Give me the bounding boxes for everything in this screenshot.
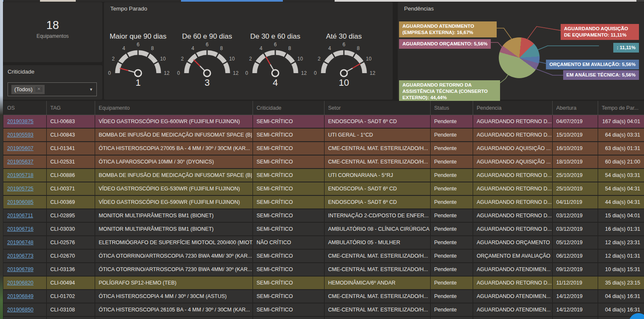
table-row[interactable]: 201906716CLI-03030MONITOR MULTIPARÂMETRO… — [3, 222, 644, 236]
table-row[interactable]: 201906849CLI-01702ÓTICA HISTEROSCOPIA 4 … — [3, 290, 644, 303]
col-header-1[interactable]: TAG — [46, 101, 95, 115]
cell-abertura: 04/11/2019 — [552, 195, 598, 209]
pie-callout-aguardando-orcamento[interactable]: AGUARDANDO ORÇAMENTO: 5,56% — [399, 39, 491, 49]
cell-status: Pendente — [430, 169, 473, 182]
filter-chip[interactable]: (Todos) ✕ — [11, 85, 45, 94]
gauge-1[interactable]: De 60 e 90 dias0246810123 — [171, 26, 243, 89]
os-link[interactable]: 201906085 — [7, 199, 34, 205]
col-header-0[interactable]: OS — [3, 101, 46, 115]
table-row[interactable]: 201906869CLI-01202MONITOR MULTIPARÂMETRO… — [3, 316, 644, 319]
svg-text:4: 4 — [122, 45, 125, 51]
gauge-2[interactable]: De 30 e 60 dias0246810124 — [240, 26, 311, 89]
cell-tempo: 10 dia(s) 15:31 — [598, 263, 644, 276]
cell-abertura: 14/12/2019 — [552, 290, 598, 303]
cell-status: Pendente — [430, 142, 473, 155]
cell-criticidade: SEMI-CRÍTICO — [253, 142, 324, 155]
gauge-3[interactable]: Até 30 dias02468101210 — [308, 26, 380, 89]
pie-chart[interactable] — [499, 37, 540, 78]
col-header-5[interactable]: Status — [430, 101, 473, 115]
col-header-3[interactable]: Criticidade — [253, 101, 324, 115]
cell-criticidade: SEMI-CRÍTICO — [253, 169, 324, 182]
os-link[interactable]: 201906711 — [7, 213, 33, 219]
cell-status: Pendente — [430, 276, 473, 290]
os-link[interactable]: 201906820 — [7, 280, 34, 286]
table-row[interactable]: 201906820CLI-00494POLÍGRAFO SP12-HEMO (T… — [3, 276, 644, 290]
cell-tempo: 63 dia(s) 01:31 — [598, 142, 644, 155]
svg-text:6: 6 — [274, 42, 277, 47]
pie-callout-aguardando-atendimento[interactable]: AGUARDANDO ATENDIMENTO (EMPRESA EXTERNA)… — [399, 21, 497, 37]
col-header-4[interactable]: Setor — [324, 101, 430, 115]
os-link[interactable]: 201905607 — [7, 145, 34, 151]
desktop-left-edge — [0, 0, 3, 319]
os-link[interactable]: 201906850 — [7, 307, 34, 313]
cell-setor: AMBULATÓRIO 08 - CLÍNICA CIRÚRGICA — [324, 222, 430, 236]
gauge-0[interactable]: Maior que 90 dias0246810121 — [102, 26, 174, 89]
col-header-2[interactable]: Equipamento — [95, 101, 253, 115]
table-row[interactable]: 201906085CLI-00369VÍDEO GASTROSCÓPIO EG-… — [3, 195, 644, 209]
criticidade-dropdown[interactable]: (Todos) ✕ ▼ — [8, 82, 97, 96]
chip-remove-icon[interactable]: ✕ — [35, 87, 42, 92]
table-row[interactable]: 201906773CLI-02670ÓTICA OTORRINO/ARTROSC… — [3, 249, 644, 263]
cell-status: Pendente — [430, 182, 473, 195]
svg-text:De 60 e 90 dias: De 60 e 90 dias — [182, 32, 232, 40]
table-row[interactable]: 201903875CLI-00683VÍDEO GASTROSCÓPIO EG-… — [3, 115, 644, 129]
table-row[interactable]: 201905718CLI-00886BOMBA DE INFUSÃO DE ME… — [3, 169, 644, 182]
cell-status: Pendente — [430, 236, 473, 249]
cell-equipamento: BOMBA DE INFUSÃO DE MEDICAÇÃO INFUSOMAT … — [95, 169, 253, 182]
pie-callout-em-analise-tecnica[interactable]: EM ANÁLISE TÉCNICA: 5,56% — [563, 70, 639, 80]
table-row[interactable]: 201905725CLI-00371VÍDEO GASTROSCÓPIO EG-… — [3, 182, 644, 195]
cell-abertura: 06/12/2019 — [552, 249, 598, 263]
cell-setor: CME-CENTRAL MAT. ESTERILIZADO/H... — [324, 303, 430, 316]
cell-tag: CLI-00494 — [46, 276, 95, 290]
cell-abertura: 03/12/2019 — [552, 222, 598, 236]
cell-os: 201905593 — [3, 128, 46, 142]
pendencias-title: Pendências — [404, 5, 434, 12]
os-link[interactable]: 201906789 — [7, 266, 34, 272]
cell-equipamento: VÍDEO GASTROSCÓPIO EG-600WR (FUJIFILM FU… — [95, 115, 253, 129]
cell-tempo: 12 dia(s) 01:31 — [598, 249, 644, 263]
cell-tag: CLI-00886 — [46, 169, 95, 182]
cell-abertura: 03/12/2019 — [552, 209, 598, 222]
table-row[interactable]: 201905637CLI-02531ÓTICA LAPAROSCOPIA 10M… — [3, 155, 644, 169]
cell-pendencia: AGUARDANDO RETORNO D... — [473, 115, 552, 129]
cell-equipamento: ÓTICA HISTEROSCOPIA 27005 BA - 4 MM / 30… — [95, 142, 253, 155]
tempo-parado-panel: Tempo Parado Maior que 90 dias0246810121… — [104, 2, 393, 100]
col-header-6[interactable]: Pendencia — [473, 101, 552, 115]
os-link[interactable]: 201905637 — [7, 159, 34, 165]
cell-status: Pendente — [430, 195, 473, 209]
cell-tag: CLI-02531 — [46, 155, 95, 169]
cell-setor: CME-CENTRAL MAT. ESTERILIZADO/H... — [324, 290, 430, 303]
table-row[interactable]: 201905593CLI-00843BOMBA DE INFUSÃO DE ME… — [3, 128, 644, 142]
svg-text:8: 8 — [151, 45, 154, 51]
svg-text:2: 2 — [249, 56, 252, 62]
svg-text:4: 4 — [192, 45, 194, 51]
table-row[interactable]: 201906789CLI-03136ÓTICA OTORRINO/ARTROSC… — [3, 263, 644, 276]
os-link[interactable]: 201903875 — [7, 119, 34, 124]
cell-status: Pendente — [430, 128, 473, 142]
svg-text:6: 6 — [343, 42, 346, 47]
desktop-top-edge — [0, 0, 644, 2]
os-link[interactable]: 201906716 — [7, 226, 34, 232]
svg-text:6: 6 — [137, 42, 140, 47]
pie-callout-orcamento-em-avaliacao[interactable]: ORÇAMENTO EM AVALIAÇÃO: 5,56% — [546, 60, 639, 69]
os-link[interactable]: 201906773 — [7, 253, 34, 259]
table-row[interactable]: 201906711CLI-02895MONITOR MULTIPARÂMETRO… — [3, 209, 644, 222]
os-link[interactable]: 201905718 — [7, 172, 34, 178]
svg-text:0: 0 — [177, 70, 180, 76]
os-link[interactable]: 201905725 — [7, 186, 34, 192]
cell-equipamento: VÍDEO GASTROSCÓPIO EG-590WR (FUJIFILM FU… — [95, 195, 253, 209]
pie-callout-blank-category[interactable]: : 11,11% — [613, 43, 639, 53]
col-header-8[interactable]: Tempo de Par... — [598, 101, 644, 115]
cell-status: Pendente — [430, 290, 473, 303]
os-link[interactable]: 201906849 — [7, 293, 34, 299]
table-row[interactable]: 201905607CLI-01341ÓTICA HISTEROSCOPIA 27… — [3, 142, 644, 155]
os-link[interactable]: 201905593 — [7, 132, 34, 138]
os-link[interactable]: 201906748 — [7, 240, 34, 245]
pie-callout-aguardando-aquisicao[interactable]: AGUARDANDO AQUISIÇÃO DE EQUIPAMENTO: 11,… — [561, 24, 639, 40]
pie-callout-aguardando-retorno[interactable]: AGUARDANDO RETORNO DA ASSISTÊNCIA TÉCNIC… — [399, 80, 500, 103]
col-header-7[interactable]: Abertura — [552, 101, 598, 115]
table-row[interactable]: 201906748CLI-02576ELETROMIÓGRAFO DE SUPE… — [3, 236, 644, 249]
equip-count-value: 18 — [3, 19, 102, 32]
table-row[interactable]: 201906850CLI-03108ÓTICA HISTEROSCOPIA 26… — [3, 303, 644, 316]
cell-criticidade: NÃO CRÍTICO — [253, 236, 324, 249]
